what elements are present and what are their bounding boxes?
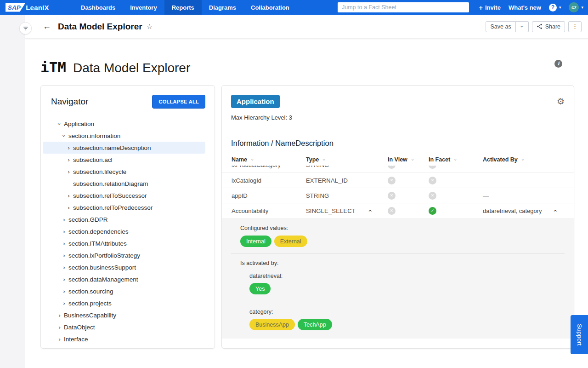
chevron-right-icon[interactable]	[66, 205, 72, 211]
gear-icon[interactable]: ⚙	[557, 96, 565, 106]
chevron-right-icon[interactable]	[61, 264, 67, 270]
activation-groups: dataretrieval:Yescategory:BusinessAppTec…	[231, 273, 565, 330]
chevron-right-icon[interactable]	[61, 253, 67, 259]
whats-new-button[interactable]: What's new	[509, 4, 541, 11]
support-tab[interactable]: Support	[571, 315, 588, 354]
chevron-right-icon[interactable]	[57, 336, 62, 342]
nav-item-collaboration[interactable]: Collaboration	[243, 0, 297, 15]
in-view-cell: ✕	[388, 207, 429, 215]
save-as-button[interactable]: Save as	[486, 21, 515, 32]
tree-item-subsection-namedescription[interactable]: subsection.nameDescription	[43, 142, 205, 154]
invite-button[interactable]: + Invite	[479, 4, 501, 11]
column-header-in-view[interactable]: In View	[388, 156, 429, 163]
invite-label: Invite	[485, 4, 501, 11]
in-view-cell: ✕	[388, 177, 429, 184]
table-row-accountability[interactable]: AccountabilitySINGLE_SELECT✕✓dataretriev…	[222, 203, 574, 218]
tree-item-section-lxportfoliostrategy[interactable]: section.lxPortfolioStrategy	[43, 249, 205, 261]
column-header-name[interactable]: Name	[232, 156, 306, 163]
nav-item-inventory[interactable]: Inventory	[123, 0, 164, 15]
tree-item-section-itmattributes[interactable]: section.ITMAttributes	[43, 237, 205, 249]
tree-item-subsection-lifecycle[interactable]: subsection.lifecycle	[43, 166, 205, 178]
save-as-dropdown-button[interactable]	[516, 21, 529, 32]
back-button[interactable]: ←	[43, 22, 51, 31]
share-button[interactable]: Share	[532, 21, 565, 32]
type-caret-cell	[367, 207, 388, 214]
help-menu-button[interactable]: ? ▾	[549, 4, 561, 12]
tree-item-businesscapability[interactable]: BusinessCapability	[43, 309, 205, 321]
plus-icon: +	[479, 4, 483, 11]
fact-sheet-type-badge[interactable]: Application	[231, 95, 280, 108]
chevron-right-icon[interactable]	[66, 145, 72, 151]
tree-item-section-datamanagement[interactable]: section.dataManagement	[43, 273, 205, 285]
favorite-star-icon[interactable]: ☆	[147, 23, 153, 31]
value-pill-internal[interactable]: Internal	[240, 236, 271, 247]
value-pill-techapp[interactable]: TechApp	[298, 319, 332, 330]
tree-item-section-sourcing[interactable]: section.sourcing	[43, 285, 205, 297]
more-options-button[interactable]: ⋮	[568, 21, 582, 32]
value-pill-yes[interactable]: Yes	[249, 283, 271, 294]
attribute-type: SINGLE_SELECT	[306, 207, 367, 214]
nav-item-dashboards[interactable]: Dashboards	[74, 0, 123, 15]
value-pill-external[interactable]: External	[274, 236, 307, 247]
activated-by-value: —	[483, 177, 552, 184]
page-head: iTM Data Model Explorer i	[40, 59, 574, 75]
clipped-table-row: lxProductCategorySTRING✕✕	[222, 166, 574, 172]
user-menu-button[interactable]: cz ▾	[569, 2, 583, 12]
sap-logo-icon: SAP	[6, 3, 25, 12]
chevron-down-icon[interactable]	[61, 133, 67, 139]
chevron-right-icon[interactable]	[66, 193, 72, 199]
x-circle-icon: ✕	[388, 166, 396, 169]
chevron-right-icon[interactable]	[61, 241, 67, 247]
chevron-right-icon[interactable]	[66, 157, 72, 163]
chevron-right-icon[interactable]	[61, 288, 67, 294]
table-row-lxcatalogid[interactable]: lxCatalogIdEXTERNAL_ID✕✕—	[222, 172, 574, 188]
tree-item-label: section.projects	[68, 300, 112, 307]
configured-values-pills: InternalExternal	[240, 236, 565, 247]
tree-item-application[interactable]: Application	[43, 118, 205, 130]
table-row-lxproductcategory[interactable]: lxProductCategorySTRING✕✕	[222, 166, 574, 172]
chevron-right-icon[interactable]	[57, 312, 62, 318]
tree-item-section-dependencies[interactable]: section.dependencies	[43, 225, 205, 237]
activation-group-label: category:	[249, 309, 565, 315]
info-icon[interactable]: i	[554, 60, 562, 68]
chevron-right-icon[interactable]	[57, 324, 62, 330]
tree-item-section-gdpr[interactable]: section.GDPR	[43, 213, 205, 225]
value-pill-businessapp[interactable]: BusinessApp	[249, 319, 295, 330]
nav-item-diagrams[interactable]: Diagrams	[202, 0, 243, 15]
chevron-up-icon[interactable]	[552, 207, 558, 213]
tree-item-section-information[interactable]: section.information	[43, 130, 205, 142]
divider	[249, 302, 565, 302]
collapse-all-button[interactable]: COLLAPSE ALL	[152, 95, 205, 109]
tree-item-interface[interactable]: Interface	[43, 333, 205, 345]
chevron-right-icon[interactable]	[61, 229, 67, 235]
tree-item-dataobject[interactable]: DataObject	[43, 321, 205, 333]
chevron-up-icon[interactable]	[367, 207, 373, 213]
column-header-type[interactable]: Type	[306, 156, 367, 163]
chevron-right-icon[interactable]	[66, 169, 72, 175]
chevron-right-icon[interactable]	[61, 217, 67, 223]
fact-sheet-search-input[interactable]	[338, 2, 469, 12]
chevron-down-icon[interactable]	[57, 121, 62, 127]
tree-item-section-projects[interactable]: section.projects	[43, 297, 205, 309]
help-icon: ?	[549, 4, 557, 12]
activation-group-label: dataretrieval:	[249, 273, 565, 279]
chevron-right-icon[interactable]	[61, 300, 67, 306]
tree-item-label: Interface	[64, 336, 88, 343]
tree-item-subsection-acl[interactable]: subsection.acl	[43, 154, 205, 166]
filter-panel-toggle-button[interactable]	[19, 22, 32, 34]
tree-item-subsection-relationdiagram[interactable]: subsection.relationDiagram	[43, 178, 205, 190]
in-view-cell: ✕	[388, 192, 429, 200]
table-row-appid[interactable]: appIDSTRING✕✕—	[222, 188, 574, 203]
tree-item-subsection-reltosuccessor[interactable]: subsection.relToSuccessor	[43, 190, 205, 201]
section-title: Information / NameDescription	[222, 139, 574, 148]
column-header-activated-by[interactable]: Activated By	[483, 156, 552, 163]
tree-item-section-businesssupport[interactable]: section.businessSupport	[43, 261, 205, 273]
nav-item-reports[interactable]: Reports	[164, 0, 202, 15]
tree-item-label: section.GDPR	[68, 216, 108, 223]
nav-menu: DashboardsInventoryReportsDiagramsCollab…	[74, 0, 297, 15]
in-view-cell: ✕	[388, 166, 429, 169]
column-header-in-facet[interactable]: In Facet	[429, 156, 483, 163]
chevron-right-icon[interactable]	[61, 276, 67, 282]
tree-item-subsection-reltopredecessor[interactable]: subsection.relToPredecessor	[43, 201, 205, 213]
leanix-logo[interactable]: SAP LeanIX	[6, 0, 49, 15]
